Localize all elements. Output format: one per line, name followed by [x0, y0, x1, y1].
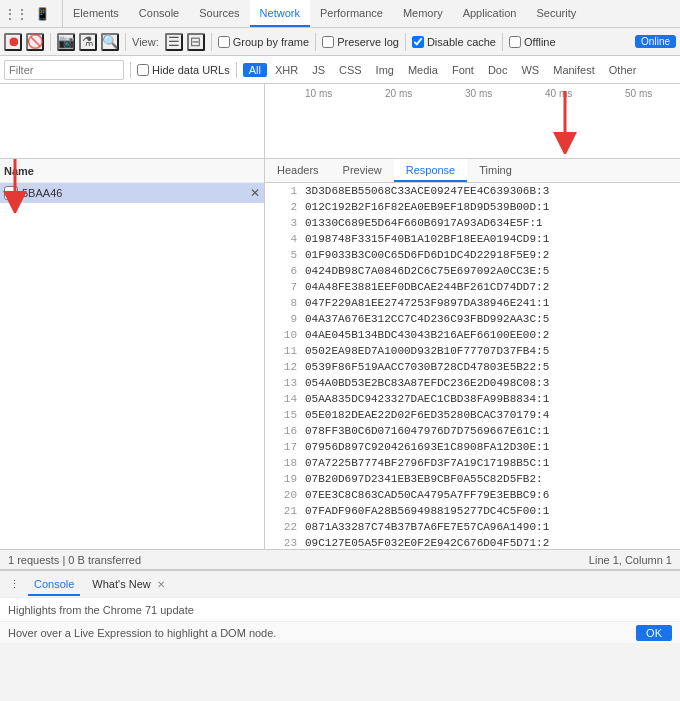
line-number: 4 [273, 231, 297, 247]
line-content: 0539F86F519AACC7030B728CD47803E5B22:5 [305, 359, 549, 375]
main-panel: Name 5BAA46 ✕ [0, 159, 680, 549]
list-view-icon[interactable]: ☰ [165, 33, 183, 51]
tab-sources[interactable]: Sources [189, 0, 249, 27]
response-line: 110502EA98ED7A1000D932B10F77707D37FB4:5 [265, 343, 680, 359]
line-number: 21 [273, 503, 297, 519]
response-line: 501F9033B3C00C65D6FD6D1DC4D22918F5E9:2 [265, 247, 680, 263]
dock-icon[interactable]: ⋮⋮ [4, 2, 28, 26]
response-line: 1907B20D697D2341EB3EB9CBF0A55C82D5FB2: [265, 471, 680, 487]
filter-all[interactable]: All [243, 63, 267, 77]
filter-other[interactable]: Other [603, 63, 643, 77]
tick-20ms: 20 ms [385, 88, 412, 99]
line-number: 18 [273, 455, 297, 471]
tab-performance[interactable]: Performance [310, 0, 393, 27]
line-number: 8 [273, 295, 297, 311]
clear-button[interactable]: 🚫 [26, 33, 44, 51]
left-panel: Name 5BAA46 ✕ [0, 159, 265, 549]
ok-button[interactable]: OK [636, 625, 672, 641]
filter-input[interactable] [4, 60, 124, 80]
tab-security[interactable]: Security [526, 0, 586, 27]
bottom-message-text: Hover over a Live Expression to highligh… [8, 627, 276, 639]
record-button[interactable]: ⏺ [4, 33, 22, 51]
line-number: 1 [273, 183, 297, 199]
response-line: 60424DB98C7A0846D2C6C75E697092A0CC3E:5 [265, 263, 680, 279]
tab-console[interactable]: Console [129, 0, 189, 27]
cursor-position: Line 1, Column 1 [589, 554, 672, 566]
list-item-checkbox[interactable] [4, 186, 18, 200]
filter-ws[interactable]: WS [515, 63, 545, 77]
whats-new-tab[interactable]: What's New ✕ [86, 572, 170, 596]
close-icon[interactable]: ✕ [250, 186, 260, 200]
line-number: 17 [273, 439, 297, 455]
line-content: 012C192B2F16F82EA0EB9EF18D9D539B00D:1 [305, 199, 549, 215]
online-badge: Online [635, 35, 676, 48]
preserve-log-checkbox[interactable] [322, 36, 334, 48]
line-content: 054A0BD53E2BC83A87EFDC236E2D0498C08:3 [305, 375, 549, 391]
console-bar: ⋮ Console What's New ✕ [0, 569, 680, 597]
line-number: 6 [273, 263, 297, 279]
response-line: 301330C689E5D64F660B6917A93AD634E5F:1 [265, 215, 680, 231]
line-number: 14 [273, 391, 297, 407]
offline-checkbox[interactable] [509, 36, 521, 48]
filter-manifest[interactable]: Manifest [547, 63, 601, 77]
line-content: 07A7225B7774BF2796FD3F7A19C17198B5C:1 [305, 455, 549, 471]
line-content: 078FF3B0C6D0716047976D7D7569667E61C:1 [305, 423, 549, 439]
line-content: 09C127E05A5F032E0F2E942C676D04F5D71:2 [305, 535, 549, 549]
group-by-frame-checkbox[interactable] [218, 36, 230, 48]
tab-elements[interactable]: Elements [63, 0, 129, 27]
camera-button[interactable]: 📷 [57, 33, 75, 51]
line-number: 5 [273, 247, 297, 263]
filter-css[interactable]: CSS [333, 63, 368, 77]
divider-3 [211, 33, 212, 51]
tab-application[interactable]: Application [453, 0, 527, 27]
tab-preview[interactable]: Preview [331, 159, 394, 182]
filter-divider-1 [130, 62, 131, 78]
response-line: 1405AA835DC9423327DAEC1CBD38FA99B8834:1 [265, 391, 680, 407]
tab-headers[interactable]: Headers [265, 159, 331, 182]
line-content: 0871A33287C74B37B7A6FE7E57CA96A1490:1 [305, 519, 549, 535]
filter-js[interactable]: JS [306, 63, 331, 77]
response-line: 704A48FE3881EEF0DBCAE244BF261CD74DD7:2 [265, 279, 680, 295]
filter-button[interactable]: ⚗ [79, 33, 97, 51]
response-line: 13D3D68EB55068C33ACE09247EE4C639306B:3 [265, 183, 680, 199]
group-by-frame-label: Group by frame [233, 36, 309, 48]
tick-30ms: 30 ms [465, 88, 492, 99]
tab-network[interactable]: Network [250, 0, 310, 27]
line-number: 2 [273, 199, 297, 215]
filter-xhr[interactable]: XHR [269, 63, 304, 77]
filter-media[interactable]: Media [402, 63, 444, 77]
disable-cache-option: Disable cache [412, 36, 496, 48]
disable-cache-checkbox[interactable] [412, 36, 424, 48]
devtools-icons: ⋮⋮ 📱 [4, 0, 63, 27]
response-line: 40198748F3315F40B1A102BF18EEA0194CD9:1 [265, 231, 680, 247]
line-number: 23 [273, 535, 297, 549]
filter-img[interactable]: Img [370, 63, 400, 77]
devices-icon[interactable]: 📱 [30, 2, 54, 26]
search-button[interactable]: 🔍 [101, 33, 119, 51]
filter-doc[interactable]: Doc [482, 63, 514, 77]
tab-timing[interactable]: Timing [467, 159, 524, 182]
line-content: 01330C689E5D64F660B6917A93AD634E5F:1 [305, 215, 543, 231]
group-by-frame-option: Group by frame [218, 36, 309, 48]
line-content: 05E0182DEAE22D02F6ED35280BCAC370179:4 [305, 407, 549, 423]
requests-status: 1 requests | 0 B transferred [8, 554, 141, 566]
response-line: 120539F86F519AACC7030B728CD47803E5B22:5 [265, 359, 680, 375]
response-line: 2007EE3C8C863CAD50CA4795A7FF79E3EBBC9:6 [265, 487, 680, 503]
list-item-5baa46[interactable]: 5BAA46 ✕ [0, 183, 264, 203]
line-number: 11 [273, 343, 297, 359]
console-menu-icon[interactable]: ⋮ [6, 576, 22, 592]
console-tab[interactable]: Console [28, 572, 80, 596]
response-line: 904A37A676E312CC7C4D236C93FBD992AA3C:5 [265, 311, 680, 327]
response-line: 1004AE045B134BDC43043B216AEF66100EE00:2 [265, 327, 680, 343]
divider-4 [315, 33, 316, 51]
tab-response[interactable]: Response [394, 159, 468, 182]
tab-memory[interactable]: Memory [393, 0, 453, 27]
large-rows-icon[interactable]: ⊟ [187, 33, 205, 51]
tick-40ms: 40 ms [545, 88, 572, 99]
line-content: 07B20D697D2341EB3EB9CBF0A55C82D5FB2: [305, 471, 543, 487]
hide-data-urls-checkbox[interactable] [137, 64, 149, 76]
hide-data-urls-option: Hide data URLs [137, 64, 230, 76]
filter-font[interactable]: Font [446, 63, 480, 77]
line-number: 3 [273, 215, 297, 231]
whats-new-close-icon[interactable]: ✕ [157, 579, 165, 590]
